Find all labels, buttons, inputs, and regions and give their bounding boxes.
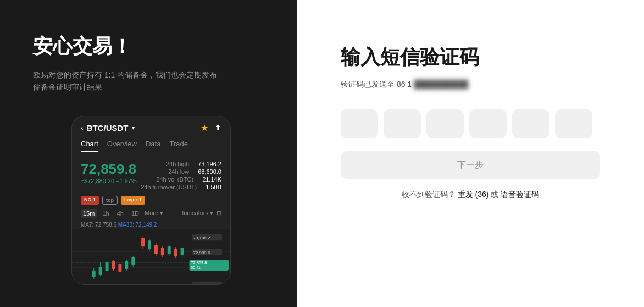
chart-tabs: Chart Overview Data Trade — [72, 138, 230, 155]
time-more[interactable]: More ▾ — [145, 210, 163, 217]
pair-dropdown-icon[interactable]: ▾ — [132, 125, 135, 131]
price-sub: ≈$72,880.20 +1.97% — [81, 178, 137, 184]
svg-text:73,196.2: 73,196.2 — [193, 235, 210, 240]
tab-trade[interactable]: Trade — [169, 140, 187, 152]
time-controls: 15m 1h 4h 1D More ▾ Indicators ▾ ⊞ — [72, 207, 230, 220]
resend-link[interactable]: 重发 (36) — [458, 190, 489, 199]
page-title: 输入短信验证码 — [341, 44, 600, 71]
right-panel: 输入短信验证码 验证码已发送至 86 1 ██████████ 下一步 收不到验… — [297, 0, 644, 307]
left-subtitle: 欧易对您的资产持有 1:1 的储备金，我们也会定期发布储备金证明审计结果 — [33, 69, 220, 94]
svg-rect-5 — [92, 271, 96, 277]
otp-box-6[interactable] — [555, 109, 592, 138]
badge-top: top — [102, 196, 118, 205]
back-arrow-icon[interactable]: ‹ — [81, 123, 84, 132]
time-15m[interactable]: 15m — [81, 209, 97, 218]
price-chart: 73,196.2 72,988.6 72,859.8 00:41 72,494.… — [72, 229, 230, 285]
indicators-btn[interactable]: Indicators ▾ — [182, 210, 213, 217]
svg-rect-7 — [99, 267, 102, 275]
svg-rect-29 — [174, 249, 177, 256]
otp-box-1[interactable] — [341, 109, 378, 138]
chart-settings-icon[interactable]: ⊞ — [216, 210, 221, 217]
phone-header: ‹ BTC/USDT ▾ ★ ⬆ — [72, 116, 230, 138]
time-1d[interactable]: 1D — [129, 209, 141, 218]
svg-rect-27 — [168, 246, 171, 254]
verification-subtitle: 验证码已发送至 86 1 ██████████ — [341, 80, 600, 90]
svg-rect-9 — [106, 262, 109, 271]
tab-chart[interactable]: Chart — [81, 140, 98, 152]
otp-box-2[interactable] — [384, 109, 421, 138]
badge-layer1: Layer 1 — [121, 196, 145, 205]
otp-box-5[interactable] — [512, 109, 549, 138]
svg-text:72,859.8: 72,859.8 — [191, 260, 207, 265]
svg-rect-17 — [131, 257, 135, 265]
voice-code-link[interactable]: 语音验证码 — [501, 190, 539, 199]
svg-rect-23 — [154, 245, 158, 254]
next-button[interactable]: 下一步 — [341, 151, 600, 179]
resend-section: 收不到验证码？ 重发 (36) 或 语音验证码 — [341, 190, 600, 200]
svg-rect-13 — [118, 264, 121, 272]
otp-box-3[interactable] — [426, 109, 464, 138]
ma30-value: MA30: 72,149.2 — [118, 222, 157, 228]
resend-prompt: 收不到验证码？ — [402, 190, 456, 199]
left-title: 安心交易！ — [33, 33, 269, 60]
tab-overview[interactable]: Overview — [107, 140, 137, 152]
badges: NO.1 top Layer 1 — [72, 194, 230, 207]
tab-data[interactable]: Data — [146, 140, 160, 152]
time-4h[interactable]: 4h — [115, 209, 126, 218]
badge-no1: NO.1 — [81, 196, 99, 205]
left-panel: 安心交易！ 欧易对您的资产持有 1:1 的储备金，我们也会定期发布储备金证明审计… — [0, 0, 297, 307]
share-icon[interactable]: ⬆ — [215, 123, 221, 132]
or-text: 或 — [491, 190, 498, 199]
otp-box-4[interactable] — [469, 109, 507, 138]
svg-text:72,988.6: 72,988.6 — [193, 250, 210, 255]
price-area: 72,859.8 ≈$72,880.20 +1.97% 24h high 73,… — [72, 155, 230, 194]
svg-rect-31 — [181, 248, 184, 255]
svg-rect-19 — [141, 238, 145, 246]
svg-text:72,494.5: 72,494.5 — [193, 283, 210, 285]
favorite-icon[interactable]: ★ — [201, 123, 208, 133]
phone-mockup: ‹ BTC/USDT ▾ ★ ⬆ Chart Overview Data Tra… — [71, 116, 231, 285]
trading-pair: BTC/USDT — [87, 123, 129, 133]
otp-container — [341, 109, 600, 138]
main-price: 72,859.8 — [81, 161, 137, 178]
time-1h[interactable]: 1h — [100, 209, 111, 218]
svg-rect-25 — [161, 248, 164, 255]
ma-info: MA7: 72,758.6 MA30: 72,149.2 — [72, 220, 230, 229]
ma7-value: MA7: 72,758.6 — [81, 222, 118, 228]
svg-text:00:41: 00:41 — [191, 266, 201, 270]
svg-rect-21 — [148, 240, 151, 249]
